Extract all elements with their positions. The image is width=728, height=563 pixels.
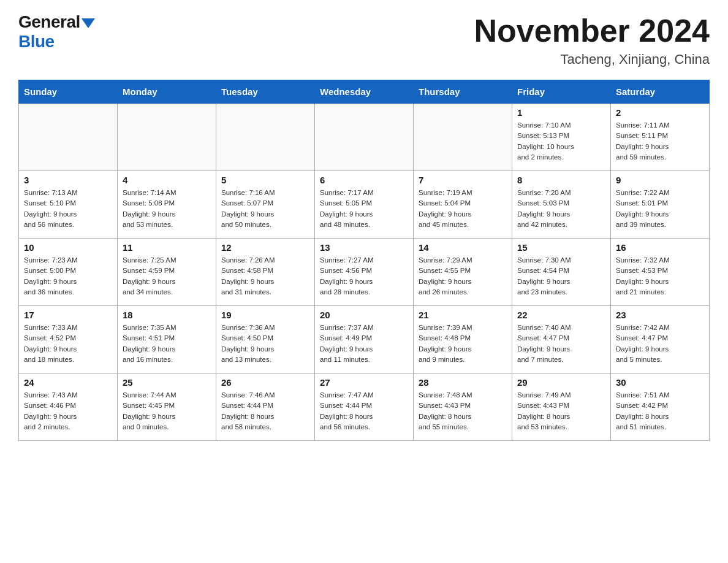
location-subtitle: Tacheng, Xinjiang, China [474, 52, 710, 67]
day-number: 29 [517, 377, 605, 388]
calendar-cell: 5Sunrise: 7:16 AM Sunset: 5:07 PM Daylig… [216, 171, 315, 239]
calendar-cell: 11Sunrise: 7:25 AM Sunset: 4:59 PM Dayli… [118, 239, 216, 306]
day-info: Sunrise: 7:13 AM Sunset: 5:10 PM Dayligh… [24, 188, 112, 230]
day-info: Sunrise: 7:32 AM Sunset: 4:53 PM Dayligh… [616, 255, 704, 297]
day-number: 18 [123, 310, 211, 320]
day-info: Sunrise: 7:22 AM Sunset: 5:01 PM Dayligh… [616, 188, 704, 230]
calendar-cell: 12Sunrise: 7:26 AM Sunset: 4:58 PM Dayli… [216, 239, 315, 306]
calendar-cell: 13Sunrise: 7:27 AM Sunset: 4:56 PM Dayli… [315, 239, 414, 306]
calendar-cell: 17Sunrise: 7:33 AM Sunset: 4:52 PM Dayli… [19, 306, 118, 373]
title-block: November 2024 Tacheng, Xinjiang, China [474, 12, 710, 67]
calendar-cell: 30Sunrise: 7:51 AM Sunset: 4:42 PM Dayli… [611, 373, 710, 441]
day-number: 27 [320, 377, 408, 388]
day-info: Sunrise: 7:42 AM Sunset: 4:47 PM Dayligh… [616, 323, 704, 365]
day-info: Sunrise: 7:37 AM Sunset: 4:49 PM Dayligh… [320, 323, 408, 365]
day-info: Sunrise: 7:39 AM Sunset: 4:48 PM Dayligh… [419, 323, 507, 365]
week-row-3: 10Sunrise: 7:23 AM Sunset: 5:00 PM Dayli… [19, 239, 710, 306]
calendar-cell: 3Sunrise: 7:13 AM Sunset: 5:10 PM Daylig… [19, 171, 118, 239]
day-info: Sunrise: 7:43 AM Sunset: 4:46 PM Dayligh… [24, 390, 112, 432]
day-number: 24 [24, 377, 112, 388]
calendar-cell [19, 104, 118, 171]
calendar-cell: 20Sunrise: 7:37 AM Sunset: 4:49 PM Dayli… [315, 306, 414, 373]
day-number: 23 [616, 310, 704, 320]
calendar-cell: 9Sunrise: 7:22 AM Sunset: 5:01 PM Daylig… [611, 171, 710, 239]
day-number: 12 [221, 242, 309, 253]
day-info: Sunrise: 7:49 AM Sunset: 4:43 PM Dayligh… [517, 390, 605, 432]
day-info: Sunrise: 7:29 AM Sunset: 4:55 PM Dayligh… [419, 255, 507, 297]
svg-marker-0 [82, 18, 95, 28]
day-info: Sunrise: 7:51 AM Sunset: 4:42 PM Dayligh… [616, 390, 704, 432]
week-row-1: 1Sunrise: 7:10 AM Sunset: 5:13 PM Daylig… [19, 104, 710, 171]
calendar-cell: 24Sunrise: 7:43 AM Sunset: 4:46 PM Dayli… [19, 373, 118, 441]
day-number: 5 [221, 175, 309, 185]
day-info: Sunrise: 7:44 AM Sunset: 4:45 PM Dayligh… [123, 390, 211, 432]
day-number: 10 [24, 242, 112, 253]
day-number: 4 [123, 175, 211, 185]
day-number: 21 [419, 310, 507, 320]
day-number: 8 [517, 175, 605, 185]
day-number: 17 [24, 310, 112, 320]
day-number: 25 [123, 377, 211, 388]
day-info: Sunrise: 7:20 AM Sunset: 5:03 PM Dayligh… [517, 188, 605, 230]
weekday-header-thursday: Thursday [414, 80, 512, 104]
calendar-cell: 6Sunrise: 7:17 AM Sunset: 5:05 PM Daylig… [315, 171, 414, 239]
calendar-cell: 15Sunrise: 7:30 AM Sunset: 4:54 PM Dayli… [512, 239, 611, 306]
weekday-header-tuesday: Tuesday [216, 80, 315, 104]
day-number: 22 [517, 310, 605, 320]
week-row-4: 17Sunrise: 7:33 AM Sunset: 4:52 PM Dayli… [19, 306, 710, 373]
day-number: 30 [616, 377, 704, 388]
day-info: Sunrise: 7:30 AM Sunset: 4:54 PM Dayligh… [517, 255, 605, 297]
week-row-5: 24Sunrise: 7:43 AM Sunset: 4:46 PM Dayli… [19, 373, 710, 441]
day-number: 2 [616, 107, 704, 118]
calendar-cell: 18Sunrise: 7:35 AM Sunset: 4:51 PM Dayli… [118, 306, 216, 373]
weekday-header-friday: Friday [512, 80, 611, 104]
day-number: 28 [419, 377, 507, 388]
logo-blue-text: Blue [18, 32, 55, 52]
day-info: Sunrise: 7:35 AM Sunset: 4:51 PM Dayligh… [123, 323, 211, 365]
calendar-cell: 2Sunrise: 7:11 AM Sunset: 5:11 PM Daylig… [611, 104, 710, 171]
day-info: Sunrise: 7:10 AM Sunset: 5:13 PM Dayligh… [517, 120, 605, 163]
logo-general-text: General [18, 12, 80, 32]
page-header: General Blue November 2024 Tacheng, Xinj… [18, 12, 710, 67]
day-info: Sunrise: 7:17 AM Sunset: 5:05 PM Dayligh… [320, 188, 408, 230]
month-title: November 2024 [474, 12, 710, 49]
day-info: Sunrise: 7:47 AM Sunset: 4:44 PM Dayligh… [320, 390, 408, 432]
weekday-header-wednesday: Wednesday [315, 80, 414, 104]
day-number: 1 [517, 107, 605, 118]
calendar-cell: 19Sunrise: 7:36 AM Sunset: 4:50 PM Dayli… [216, 306, 315, 373]
calendar-cell: 21Sunrise: 7:39 AM Sunset: 4:48 PM Dayli… [414, 306, 512, 373]
day-number: 14 [419, 242, 507, 253]
day-info: Sunrise: 7:33 AM Sunset: 4:52 PM Dayligh… [24, 323, 112, 365]
day-number: 3 [24, 175, 112, 185]
weekday-header-monday: Monday [118, 80, 216, 104]
day-number: 19 [221, 310, 309, 320]
day-info: Sunrise: 7:23 AM Sunset: 5:00 PM Dayligh… [24, 255, 112, 297]
calendar-table: SundayMondayTuesdayWednesdayThursdayFrid… [18, 80, 710, 441]
day-info: Sunrise: 7:11 AM Sunset: 5:11 PM Dayligh… [616, 120, 704, 163]
day-number: 7 [419, 175, 507, 185]
weekday-header-row: SundayMondayTuesdayWednesdayThursdayFrid… [19, 80, 710, 104]
day-number: 20 [320, 310, 408, 320]
day-number: 26 [221, 377, 309, 388]
calendar-cell: 22Sunrise: 7:40 AM Sunset: 4:47 PM Dayli… [512, 306, 611, 373]
weekday-header-saturday: Saturday [611, 80, 710, 104]
weekday-header-sunday: Sunday [19, 80, 118, 104]
calendar-cell [414, 104, 512, 171]
day-number: 6 [320, 175, 408, 185]
calendar-cell: 4Sunrise: 7:14 AM Sunset: 5:08 PM Daylig… [118, 171, 216, 239]
calendar-cell: 23Sunrise: 7:42 AM Sunset: 4:47 PM Dayli… [611, 306, 710, 373]
calendar-cell: 29Sunrise: 7:49 AM Sunset: 4:43 PM Dayli… [512, 373, 611, 441]
day-number: 13 [320, 242, 408, 253]
logo: General Blue [18, 12, 95, 52]
day-number: 11 [123, 242, 211, 253]
day-info: Sunrise: 7:36 AM Sunset: 4:50 PM Dayligh… [221, 323, 309, 365]
day-info: Sunrise: 7:14 AM Sunset: 5:08 PM Dayligh… [123, 188, 211, 230]
calendar-cell: 14Sunrise: 7:29 AM Sunset: 4:55 PM Dayli… [414, 239, 512, 306]
calendar-cell: 27Sunrise: 7:47 AM Sunset: 4:44 PM Dayli… [315, 373, 414, 441]
calendar-cell [315, 104, 414, 171]
calendar-cell: 28Sunrise: 7:48 AM Sunset: 4:43 PM Dayli… [414, 373, 512, 441]
day-number: 16 [616, 242, 704, 253]
day-info: Sunrise: 7:48 AM Sunset: 4:43 PM Dayligh… [419, 390, 507, 432]
day-number: 15 [517, 242, 605, 253]
calendar-cell: 25Sunrise: 7:44 AM Sunset: 4:45 PM Dayli… [118, 373, 216, 441]
